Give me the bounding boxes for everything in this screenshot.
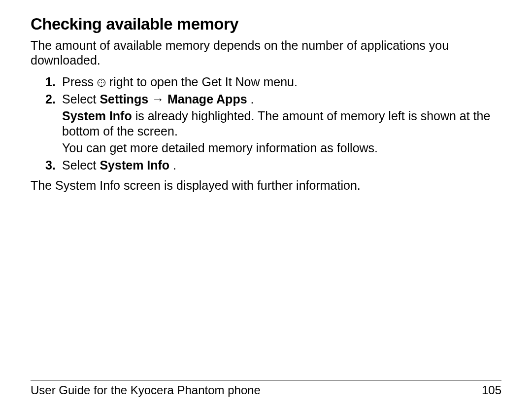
step-text: Select [62, 158, 100, 172]
menu-system-info: System Info [100, 158, 169, 172]
step-1: 1. Press right to open the Get It Now me… [45, 74, 501, 90]
step-2: 2. Select Settings → Manage Apps . Syste… [45, 92, 501, 156]
intro-paragraph: The amount of available memory depends o… [31, 38, 501, 68]
menu-path-settings: Settings [100, 92, 148, 106]
outro-paragraph: The System Info screen is displayed with… [31, 178, 501, 193]
step-number: 2. [45, 92, 56, 107]
svg-point-3 [101, 85, 102, 86]
step-2-detail-2: You can get more detailed memory informa… [62, 140, 501, 156]
arrow-icon: → [152, 92, 164, 106]
section-heading: Checking available memory [31, 15, 501, 34]
page-footer: User Guide for the Kyocera Phantom phone… [31, 380, 501, 397]
footer-rule [31, 380, 501, 380]
system-info-highlight: System Info [62, 109, 132, 123]
step-text: right to open the Get It Now menu. [109, 75, 298, 89]
manual-page: Checking available memory The amount of … [0, 0, 532, 411]
step-text: Select [62, 92, 100, 106]
step-3: 3. Select System Info . [45, 158, 501, 173]
page-number: 105 [482, 383, 501, 397]
menu-path-manage-apps: Manage Apps [167, 92, 247, 106]
step-number: 3. [45, 158, 56, 173]
step-text: Press [62, 75, 97, 89]
footer-title: User Guide for the Kyocera Phantom phone [31, 383, 261, 397]
svg-point-5 [103, 82, 104, 83]
svg-point-2 [101, 80, 102, 81]
step-number: 1. [45, 74, 56, 90]
step-text: . [251, 92, 254, 106]
svg-point-4 [99, 82, 100, 83]
steps-list: 1. Press right to open the Get It Now me… [45, 74, 501, 172]
nav-key-icon [97, 78, 106, 87]
svg-point-1 [101, 82, 102, 83]
step-text: . [173, 158, 176, 172]
step-2-detail-1: System Info is already highlighted. The … [62, 108, 501, 138]
